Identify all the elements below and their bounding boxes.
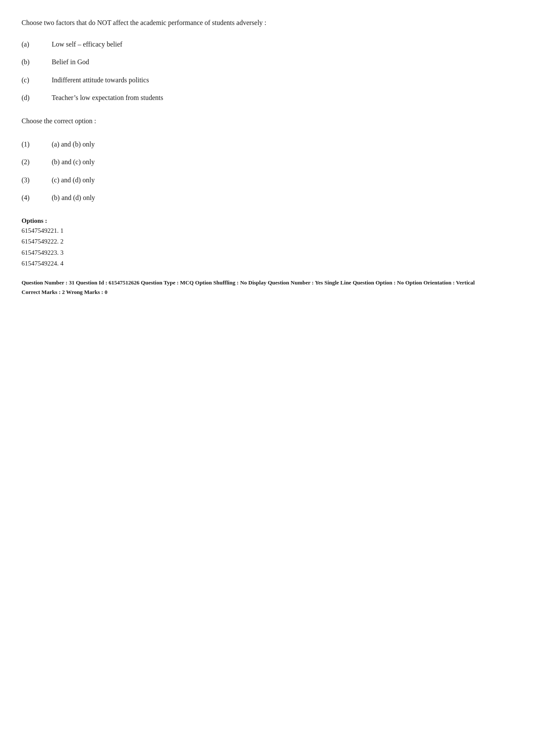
question-text: Choose two factors that do NOT affect th…	[22, 17, 512, 28]
options-heading: Options :	[22, 217, 512, 225]
answer-4-label: (4)	[22, 192, 52, 203]
option-a-text: Low self – efficacy belief	[52, 39, 122, 50]
answer-1: (1) (a) and (b) only	[22, 139, 512, 150]
metadata-block: Question Number : 31 Question Id : 61547…	[22, 278, 512, 297]
option-d-label: (d)	[22, 92, 52, 103]
option-a: (a) Low self – efficacy belief	[22, 39, 512, 50]
answer-3: (3) (c) and (d) only	[22, 175, 512, 186]
answer-2-text: (b) and (c) only	[52, 156, 95, 168]
metadata-line1: Question Number : 31 Question Id : 61547…	[22, 278, 512, 287]
option-c-text: Indifferent attitude towards politics	[52, 75, 149, 86]
choose-correct-prompt: Choose the correct option :	[22, 116, 512, 127]
option-b-label: (b)	[22, 56, 52, 68]
options-section: Options : 61547549221. 1 61547549222. 2 …	[22, 217, 512, 269]
answer-1-text: (a) and (b) only	[52, 139, 95, 150]
answer-4-text: (b) and (d) only	[52, 192, 95, 203]
option-code-1: 61547549221. 1	[22, 225, 512, 237]
answer-2-label: (2)	[22, 156, 52, 168]
option-c-label: (c)	[22, 75, 52, 86]
answer-4: (4) (b) and (d) only	[22, 192, 512, 203]
metadata-line2: Correct Marks : 2 Wrong Marks : 0	[22, 287, 512, 297]
answer-3-label: (3)	[22, 175, 52, 186]
option-b: (b) Belief in God	[22, 56, 512, 68]
option-code-2: 61547549222. 2	[22, 236, 512, 247]
option-a-label: (a)	[22, 39, 52, 50]
option-code-3: 61547549223. 3	[22, 247, 512, 259]
answer-2: (2) (b) and (c) only	[22, 156, 512, 168]
option-d-text: Teacher’s low expectation from students	[52, 92, 163, 103]
answer-3-text: (c) and (d) only	[52, 175, 95, 186]
option-code-4: 61547549224. 4	[22, 258, 512, 269]
option-c: (c) Indifferent attitude towards politic…	[22, 75, 512, 86]
option-d: (d) Teacher’s low expectation from stude…	[22, 92, 512, 103]
option-b-text: Belief in God	[52, 56, 89, 68]
answer-options-list: (1) (a) and (b) only (2) (b) and (c) onl…	[22, 139, 512, 203]
question-options-list: (a) Low self – efficacy belief (b) Belie…	[22, 39, 512, 103]
answer-1-label: (1)	[22, 139, 52, 150]
